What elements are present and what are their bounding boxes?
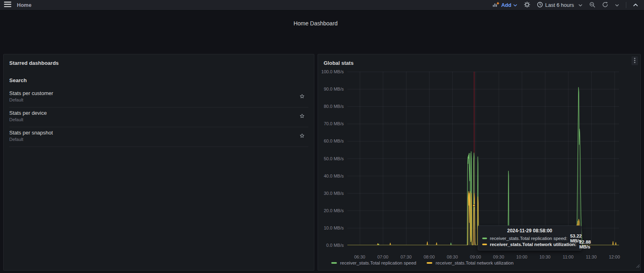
- legend-item-network-utilization[interactable]: receiver_stats.Total network utilization: [427, 261, 514, 265]
- zoom-out-icon: [589, 2, 595, 9]
- kebab-menu-icon: [634, 58, 636, 64]
- hover-point-marker: [473, 204, 475, 207]
- chart-plot-area[interactable]: [347, 72, 619, 245]
- x-tick-label: 07:00: [373, 254, 393, 260]
- panel-resize-handle[interactable]: [636, 262, 640, 269]
- dashboard-list: Stats per customer Default Stats per dev…: [9, 88, 308, 147]
- tooltip-row-replication-speed: receiver_stats.Total replication speed: …: [482, 235, 577, 241]
- clock-icon: [537, 2, 543, 9]
- x-tick-label: 11:00: [558, 254, 578, 260]
- hamburger-icon: [4, 2, 11, 8]
- timeseries-svg: [347, 72, 619, 245]
- search-section-header: Search: [9, 77, 27, 83]
- list-item-stats-per-customer[interactable]: Stats per customer Default: [9, 88, 308, 108]
- x-tick-label: 10:30: [535, 254, 555, 260]
- time-range-picker[interactable]: Last 6 hours: [537, 2, 582, 9]
- dashboard-settings-button[interactable]: [524, 2, 530, 9]
- chart-legend: receiver_stats.Total replication speed r…: [331, 261, 514, 265]
- chart-tooltip: 2024-11-29 08:58:00 receiver_stats.Total…: [478, 225, 582, 250]
- tooltip-timestamp: 2024-11-29 08:58:00: [482, 228, 577, 234]
- y-tick-label: 60.0 MB/s: [318, 138, 344, 144]
- x-axis: 06:3007:0007:3008:0008:3009:0009:3010:00…: [347, 254, 619, 260]
- chevron-up-icon: [633, 2, 638, 8]
- list-item-stats-per-snapshot[interactable]: Stats per snapshot Default: [9, 127, 308, 147]
- gear-icon: [524, 2, 530, 9]
- dashboard-link-label: Stats per customer: [9, 90, 53, 96]
- x-tick-label: 08:30: [442, 254, 462, 260]
- menu-toggle-button[interactable]: [4, 2, 11, 8]
- add-panel-icon: [493, 2, 499, 8]
- panel-menu-button[interactable]: [632, 56, 638, 65]
- chevron-down-icon: [578, 2, 582, 8]
- legend-marker-green: [331, 262, 337, 264]
- star-icon: [299, 114, 305, 120]
- refresh-interval-dropdown[interactable]: [615, 2, 619, 8]
- x-tick-label: 12:00: [604, 254, 624, 260]
- toolbar-divider: [626, 2, 626, 8]
- chevron-down-icon: [513, 2, 517, 8]
- tooltip-series-label: receiver_stats.Total network utilization…: [490, 242, 576, 247]
- x-tick-label: 09:00: [465, 254, 485, 260]
- dashboard-folder-label: Default: [9, 137, 23, 142]
- legend-label: receiver_stats.Total replication speed: [340, 261, 416, 265]
- legend-item-replication-speed[interactable]: receiver_stats.Total replication speed: [331, 261, 416, 265]
- y-tick-label: 90.0 MB/s: [318, 86, 344, 92]
- panel-title-starred[interactable]: Starred dashboards: [9, 60, 59, 66]
- collapse-topbar-button[interactable]: [633, 2, 638, 8]
- dashboard-folder-label: Default: [9, 97, 23, 102]
- tooltip-series-value: 22.88 MB/s: [579, 240, 591, 249]
- star-toggle-button[interactable]: [299, 113, 305, 120]
- chevron-down-icon: [615, 2, 619, 8]
- y-tick-label: 30.0 MB/s: [318, 190, 344, 196]
- y-tick-label: 100.0 MB/s: [318, 69, 344, 74]
- x-tick-label: 06:30: [350, 254, 370, 260]
- add-button-label: Add: [501, 2, 511, 8]
- refresh-icon: [602, 2, 608, 9]
- y-tick-label: 50.0 MB/s: [318, 156, 344, 161]
- series-marker-yellow: [482, 244, 487, 245]
- y-tick-label: 80.0 MB/s: [318, 103, 344, 109]
- y-tick-label: 0.0 MB/s: [318, 242, 344, 248]
- star-toggle-button[interactable]: [299, 93, 305, 101]
- tooltip-row-network-utilization: receiver_stats.Total network utilization…: [482, 241, 577, 247]
- dashboard-folder-label: Default: [9, 117, 23, 122]
- star-toggle-button[interactable]: [299, 133, 305, 140]
- time-range-label: Last 6 hours: [545, 2, 574, 8]
- zoom-out-button[interactable]: [589, 2, 595, 9]
- y-tick-label: 10.0 MB/s: [318, 225, 344, 231]
- tooltip-series-label: receiver_stats.Total replication speed:: [490, 236, 567, 241]
- y-tick-label: 40.0 MB/s: [318, 173, 344, 179]
- x-tick-label: 09:30: [489, 254, 509, 260]
- add-button[interactable]: Add: [493, 2, 517, 8]
- legend-label: receiver_stats.Total network utilization: [436, 261, 514, 265]
- x-tick-label: 07:30: [396, 254, 416, 260]
- y-tick-label: 70.0 MB/s: [318, 121, 344, 126]
- dashboard-link-label: Stats per snapshot: [9, 130, 53, 136]
- star-icon: [299, 134, 305, 140]
- top-navigation-bar: Home Add: [0, 0, 644, 10]
- legend-marker-yellow: [427, 262, 432, 264]
- dashboard-link-label: Stats per device: [9, 110, 47, 116]
- y-tick-label: 20.0 MB/s: [318, 208, 344, 213]
- starred-dashboards-panel: Starred dashboards Search Stats per cust…: [3, 54, 314, 271]
- x-tick-label: 08:00: [419, 254, 439, 260]
- x-tick-label: 10:00: [512, 254, 532, 260]
- refresh-button[interactable]: [602, 2, 608, 9]
- panel-title-global-stats[interactable]: Global stats: [324, 60, 353, 66]
- breadcrumb-home[interactable]: Home: [17, 2, 31, 8]
- series-marker-green: [482, 238, 487, 239]
- page-title: Home Dashboard: [0, 20, 631, 27]
- y-axis: 0.0 MB/s10.0 MB/s20.0 MB/s30.0 MB/s40.0 …: [318, 72, 344, 245]
- x-tick-label: 11:30: [581, 254, 601, 260]
- star-icon: [299, 95, 305, 101]
- list-item-stats-per-device[interactable]: Stats per device Default: [9, 108, 308, 127]
